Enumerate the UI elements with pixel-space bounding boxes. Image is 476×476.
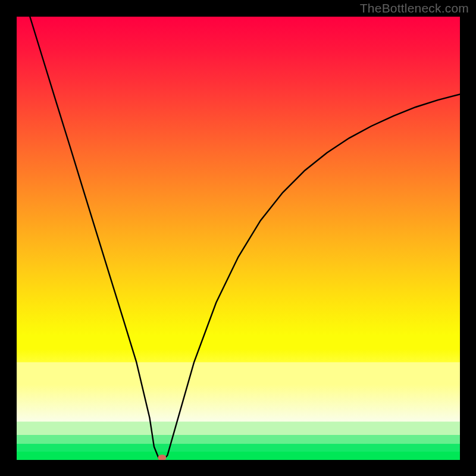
watermark-text: TheBottleneck.com [360,1,469,15]
optimum-marker [158,455,166,461]
bottleneck-curve-chart [0,0,476,476]
chart-gradient-bg [17,17,460,460]
